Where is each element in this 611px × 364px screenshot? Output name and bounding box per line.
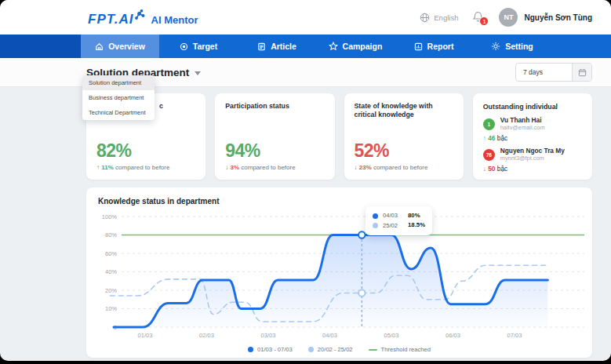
svg-text:01/03: 01/03 [138, 332, 153, 339]
tab-overview[interactable]: Overview [81, 35, 159, 58]
svg-text:40%: 40% [105, 268, 117, 275]
tab-label: Campaign [343, 42, 383, 51]
chevron-down-icon [195, 71, 201, 75]
series-dot-icon [373, 213, 378, 219]
tab-label: Target [193, 42, 217, 51]
chart-body: 010%20%40%60%80%100%01/0302/0303/0304/03… [98, 209, 580, 344]
tab-article[interactable]: Article [238, 35, 316, 58]
legend-item-threshold[interactable]: Threshold reached [369, 346, 431, 353]
fpt-ai-logo-text: FPT.AI [88, 13, 134, 26]
avatar: NT [499, 8, 518, 27]
report-chart-icon [414, 42, 423, 51]
series-dot-icon [373, 223, 378, 228]
svg-text:07/03: 07/03 [507, 332, 522, 339]
tooltip-row: 04/03 80% [373, 211, 425, 220]
tab-label: Setting [505, 42, 533, 51]
svg-text:60%: 60% [105, 250, 117, 257]
legend-item-current-period[interactable]: 01/03 - 07/03 [248, 346, 293, 353]
tab-label: Article [271, 42, 296, 51]
threshold-dash-icon [369, 349, 377, 351]
stat-change: ↓ 3% compared to before [225, 164, 324, 171]
article-icon [257, 42, 266, 51]
series-dot-icon [248, 347, 253, 352]
language-selector[interactable]: English [420, 13, 458, 23]
knowledge-status-chart-card: Knowledge status in department 010%20%40… [86, 187, 592, 358]
person-change: ↓ 50 bậc [483, 165, 582, 173]
svg-text:10%: 10% [105, 305, 117, 312]
chart-tooltip: 04/03 80% 25/02 18.5% [366, 206, 432, 235]
tab-campaign[interactable]: Campaign [316, 35, 395, 58]
rank-badge: 1 [483, 118, 495, 130]
star-icon [329, 42, 338, 51]
home-icon [95, 42, 104, 51]
stat-value: 82% [96, 142, 195, 160]
outstanding-individual-card: Outstanding individual 1 Vu Thanh Hai ha… [473, 93, 592, 180]
user-name: Nguyễn Sơn Tùng [524, 13, 592, 22]
stat-change: ↓ 23% compared to before [355, 164, 453, 171]
stat-card-title: State of knowledge with critical knowled… [355, 102, 453, 120]
outstanding-title: Outstanding individual [483, 103, 582, 111]
user-menu[interactable]: NT Nguyễn Sơn Tùng [499, 8, 592, 27]
svg-text:05/03: 05/03 [384, 332, 399, 339]
svg-text:03/03: 03/03 [261, 332, 276, 339]
stat-value: 52% [355, 142, 453, 160]
legend-item-previous-period[interactable]: 20/02 - 25/02 [308, 346, 353, 353]
stat-value: 94% [225, 142, 324, 160]
period-value: 7 days [516, 64, 572, 81]
stat-change: ↑ 11% compared to before [96, 164, 195, 171]
screenshot-stage: FPT.AI AI Mentor English [0, 0, 611, 364]
top-bar-actions: English 1 NT Nguyễn Sơn Tùng [420, 8, 592, 27]
svg-text:80%: 80% [105, 231, 117, 238]
line-area-chart[interactable]: 010%20%40%60%80%100%01/0302/0303/0304/03… [98, 209, 588, 340]
product-name: AI Mentor [151, 15, 198, 25]
top-bar: FPT.AI AI Mentor English [0, 0, 611, 35]
calendar-icon [578, 68, 587, 77]
molecule-icon [134, 9, 145, 20]
stat-card-title: Participation status [225, 102, 324, 111]
person-email: haitv@email.com [500, 125, 545, 132]
main-nav: Overview Target Article Campaign Report … [0, 35, 611, 58]
gear-icon [491, 42, 500, 51]
notifications-button[interactable]: 1 [472, 11, 485, 24]
svg-text:06/03: 06/03 [446, 332, 460, 339]
app-window: FPT.AI AI Mentor English [0, 0, 611, 361]
department-dropdown-menu: Solution department Business department … [82, 75, 155, 120]
tab-target[interactable]: Target [159, 35, 238, 58]
notification-badge: 1 [479, 16, 489, 26]
dropdown-option-business-department[interactable]: Business department [82, 90, 155, 105]
dropdown-option-solution-department[interactable]: Solution department [82, 75, 155, 90]
chart-legend: 01/03 - 07/03 20/02 - 25/02 Threshold re… [98, 346, 580, 353]
globe-icon [420, 13, 430, 23]
tooltip-label: 04/03 [383, 211, 403, 220]
tab-label: Report [427, 42, 454, 51]
dropdown-option-technical-department[interactable]: Technical Department [82, 105, 155, 120]
svg-text:04/03: 04/03 [322, 332, 337, 339]
tooltip-row: 25/02 18.5% [373, 220, 425, 230]
person-email: mynnt3@fpt.com [500, 155, 565, 162]
tab-report[interactable]: Report [395, 35, 473, 58]
brand-logo[interactable]: FPT.AI AI Mentor [88, 9, 198, 26]
stat-card-knowledge: State of knowledge with critical knowled… [344, 93, 464, 180]
tab-label: Overview [108, 42, 145, 51]
tooltip-value: 80% [408, 211, 420, 220]
tab-setting[interactable]: Setting [473, 35, 551, 58]
stat-card-participation: Participation status 94% ↓ 3% compared t… [215, 93, 334, 180]
person-change: ↑ 46 bậc [483, 134, 582, 142]
rank-badge: 76 [483, 149, 495, 161]
person-row[interactable]: 1 Vu Thanh Hai haitv@email.com [483, 117, 582, 132]
tooltip-label: 25/02 [383, 221, 403, 231]
language-label: English [434, 13, 458, 22]
svg-text:20%: 20% [105, 287, 117, 294]
period-picker[interactable]: 7 days [515, 63, 592, 82]
nav-left-block [0, 35, 81, 58]
tooltip-value: 18.5% [408, 220, 425, 230]
svg-text:100%: 100% [102, 213, 118, 220]
calendar-button[interactable] [572, 64, 591, 81]
svg-text:02/03: 02/03 [199, 332, 214, 339]
chart-title: Knowledge status in department [98, 197, 580, 206]
series-dot-icon [308, 347, 314, 352]
person-row[interactable]: 76 Nguyen Ngoc Tra My mynnt3@fpt.com [483, 147, 582, 162]
target-icon [180, 42, 188, 51]
